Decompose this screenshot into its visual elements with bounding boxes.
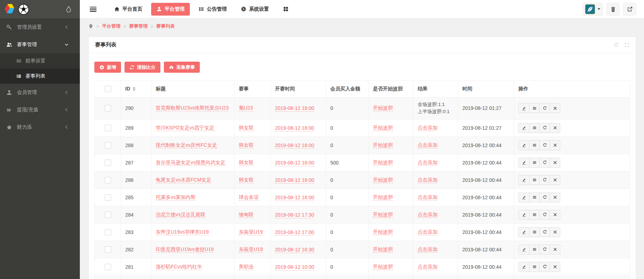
start-time-link[interactable]: 2019-08-12 18:00: [275, 160, 314, 166]
match-title-link[interactable]: 现代制铁女足vs庆州FC女足: [156, 142, 217, 149]
breadcrumb-link[interactable]: 平台管理: [102, 23, 120, 29]
match-title-link[interactable]: 东帝汶U19vs菲律宾U19: [156, 229, 209, 235]
league-link[interactable]: 葡U23: [239, 105, 253, 111]
nav-announcement-manage[interactable]: 公告管理: [193, 3, 232, 16]
start-time-link[interactable]: 2019-08-12 18:00: [275, 195, 314, 201]
league-link[interactable]: 韩女联: [239, 160, 254, 166]
league-link[interactable]: 球会友谊: [239, 194, 259, 201]
delete-row-button[interactable]: [550, 158, 560, 167]
edit-row-button[interactable]: [519, 245, 529, 254]
clear-score-button[interactable]: 清除比分: [125, 62, 160, 73]
refresh-row-button[interactable]: [539, 262, 550, 272]
add-result-link[interactable]: 点击添加: [418, 142, 437, 149]
detail-row-button[interactable]: [529, 104, 539, 113]
start-time-link[interactable]: 2019-08-12 18:00: [275, 125, 314, 132]
detail-row-button[interactable]: [529, 245, 539, 254]
match-title-link[interactable]: 印度尼西亚U19vs老挝U19: [156, 246, 214, 253]
sidebar-item-member-manage[interactable]: 会员管理: [0, 84, 80, 101]
row-checkbox[interactable]: [105, 142, 111, 149]
panel-refresh-icon[interactable]: [614, 43, 619, 48]
start-bodan-link[interactable]: 开始波胆: [373, 177, 393, 183]
refresh-row-button[interactable]: [539, 104, 550, 113]
row-checkbox[interactable]: [105, 160, 111, 166]
detail-row-button[interactable]: [529, 158, 539, 167]
match-title-link[interactable]: 治尼兰德vs汉达瓦底联: [156, 212, 205, 218]
start-time-link[interactable]: 2019-08-12 10:00: [275, 264, 314, 270]
nav-system-settings[interactable]: 系统设置: [236, 3, 274, 16]
delete-row-button[interactable]: [550, 193, 560, 202]
detail-row-button[interactable]: [529, 141, 539, 150]
sort-icon[interactable]: [133, 85, 136, 93]
refresh-row-button[interactable]: [539, 175, 550, 185]
delete-row-button[interactable]: [550, 210, 560, 219]
edit-row-button[interactable]: [519, 228, 529, 237]
sidebar-item-withdraw-recharge[interactable]: 提现/充值: [0, 101, 80, 118]
sidebar-item-event-manage[interactable]: 赛事管理: [0, 36, 80, 53]
edit-row-button[interactable]: [519, 193, 529, 202]
edit-row-button[interactable]: [519, 141, 529, 150]
detail-row-button[interactable]: [529, 262, 539, 272]
start-bodan-link[interactable]: 开始波胆: [373, 246, 393, 253]
row-checkbox[interactable]: [105, 177, 111, 183]
match-title-link[interactable]: 龟尾女足vs水原FCM女足: [156, 177, 211, 183]
start-bodan-link[interactable]: 开始波胆: [373, 229, 393, 235]
detail-row-button[interactable]: [529, 210, 539, 219]
detail-row-button[interactable]: [529, 228, 539, 237]
hamburger-menu-icon[interactable]: [90, 7, 97, 12]
add-result-link[interactable]: 点击添加: [418, 177, 437, 183]
nav-platform-manage[interactable]: 平台管理: [151, 3, 190, 16]
delete-row-button[interactable]: [550, 104, 560, 113]
match-title-link[interactable]: 托莱多vs莱加内斯: [156, 194, 196, 201]
refresh-row-button[interactable]: [539, 123, 550, 133]
league-link[interactable]: 韩女联: [239, 142, 254, 149]
row-checkbox[interactable]: [105, 264, 111, 270]
delete-row-button[interactable]: [550, 262, 560, 272]
topbar-open-external-button[interactable]: [623, 3, 636, 16]
start-time-link[interactable]: 2019-08-12 17:00: [275, 229, 314, 236]
start-bodan-link[interactable]: 开始波胆: [373, 125, 393, 131]
league-link[interactable]: 东南亚U19: [239, 246, 263, 253]
start-time-link[interactable]: 2019-08-12 18:00: [275, 105, 314, 112]
match-title-link[interactable]: 首尔亚马逊女足vs报恩尚武女足: [156, 160, 225, 166]
refresh-row-button[interactable]: [539, 210, 550, 219]
detail-row-button[interactable]: [529, 123, 539, 133]
match-title-link[interactable]: 雷克斯欧斯U23vs埃斯托里尔U23: [156, 105, 229, 111]
start-bodan-link[interactable]: 开始波胆: [373, 212, 393, 218]
refresh-row-button[interactable]: [539, 193, 550, 202]
delete-row-button[interactable]: [550, 228, 560, 237]
sidebar-subitem-event-list[interactable]: 赛事列表: [0, 68, 80, 84]
add-button[interactable]: 新增: [94, 62, 121, 73]
select-all-checkbox[interactable]: [105, 86, 111, 92]
league-link[interactable]: 韩女联: [239, 177, 254, 183]
add-result-link[interactable]: 点击添加: [418, 125, 437, 131]
breadcrumb-link[interactable]: 赛事管理: [129, 23, 148, 29]
detail-row-button[interactable]: [529, 193, 539, 202]
row-checkbox[interactable]: [105, 194, 111, 201]
row-checkbox[interactable]: [105, 246, 111, 253]
refresh-row-button[interactable]: [539, 245, 550, 254]
edit-row-button[interactable]: [519, 104, 529, 113]
sidebar-item-cailitian[interactable]: 财力添: [0, 118, 80, 136]
match-title-link[interactable]: 华川KSPO女足vs昌宁女足: [156, 125, 214, 131]
league-link[interactable]: 缅甸联: [239, 212, 254, 218]
edit-row-button[interactable]: [519, 210, 529, 219]
league-link[interactable]: 东南亚U19: [239, 229, 263, 235]
start-bodan-link[interactable]: 开始波胆: [373, 264, 393, 270]
topbar-browser-dropdown-button[interactable]: [583, 3, 603, 16]
delete-row-button[interactable]: [550, 175, 560, 185]
edit-row-button[interactable]: [519, 123, 529, 133]
panel-expand-icon[interactable]: [624, 43, 629, 48]
detail-row-button[interactable]: [529, 175, 539, 185]
match-title-link[interactable]: 洛杉矶FCvs纽约红牛: [156, 264, 202, 270]
edit-row-button[interactable]: [519, 175, 529, 185]
start-time-link[interactable]: 2019-08-12 17:30: [275, 212, 314, 218]
refresh-row-button[interactable]: [539, 228, 550, 237]
edit-row-button[interactable]: [519, 262, 529, 272]
delete-row-button[interactable]: [550, 123, 560, 133]
edit-row-button[interactable]: [519, 158, 529, 167]
sidebar-subitem-odds-settings[interactable]: 赔率设置: [0, 53, 80, 68]
row-checkbox[interactable]: [105, 212, 111, 218]
add-result-link[interactable]: 点击添加: [418, 194, 437, 201]
start-time-link[interactable]: 2019-08-12 16:30: [275, 247, 314, 253]
add-result-link[interactable]: 点击添加: [418, 246, 437, 253]
